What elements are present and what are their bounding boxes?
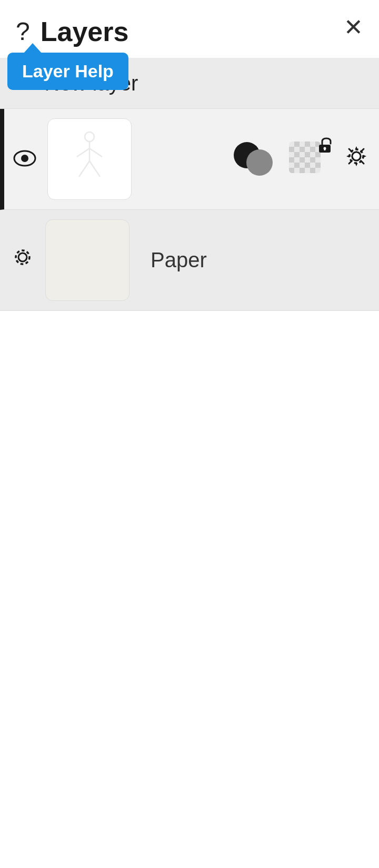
svg-point-2: [85, 132, 94, 142]
checkerboard-icon: [289, 142, 321, 173]
layer-settings-button[interactable]: [344, 144, 368, 174]
svg-line-7: [89, 161, 100, 177]
alpha-lock-button[interactable]: [289, 142, 328, 177]
paper-label: Paper: [151, 248, 207, 272]
visibility-toggle[interactable]: [13, 145, 37, 174]
blend-circle-gray: [246, 149, 273, 176]
checkerboard-pattern: [289, 142, 321, 173]
svg-line-6: [79, 161, 89, 177]
svg-point-1: [21, 155, 28, 162]
header: ? Layers ✕: [0, 0, 379, 58]
layer-help-tooltip[interactable]: Layer Help: [7, 53, 128, 90]
layer-thumbnail: [47, 118, 132, 200]
layer-row-paper[interactable]: Paper: [0, 210, 379, 311]
paper-thumbnail: [45, 219, 129, 301]
page-title: Layers: [41, 16, 129, 47]
svg-rect-10: [324, 148, 326, 150]
blend-mode-button[interactable]: [234, 142, 273, 176]
help-button[interactable]: ?: [16, 19, 30, 44]
layer-controls: [234, 142, 368, 177]
lock-open-icon: [317, 137, 333, 157]
paper-settings-button[interactable]: [11, 245, 35, 275]
svg-line-5: [89, 148, 102, 157]
close-button[interactable]: ✕: [344, 16, 363, 39]
svg-line-4: [77, 148, 89, 157]
layer-row-drawing[interactable]: [0, 109, 379, 210]
